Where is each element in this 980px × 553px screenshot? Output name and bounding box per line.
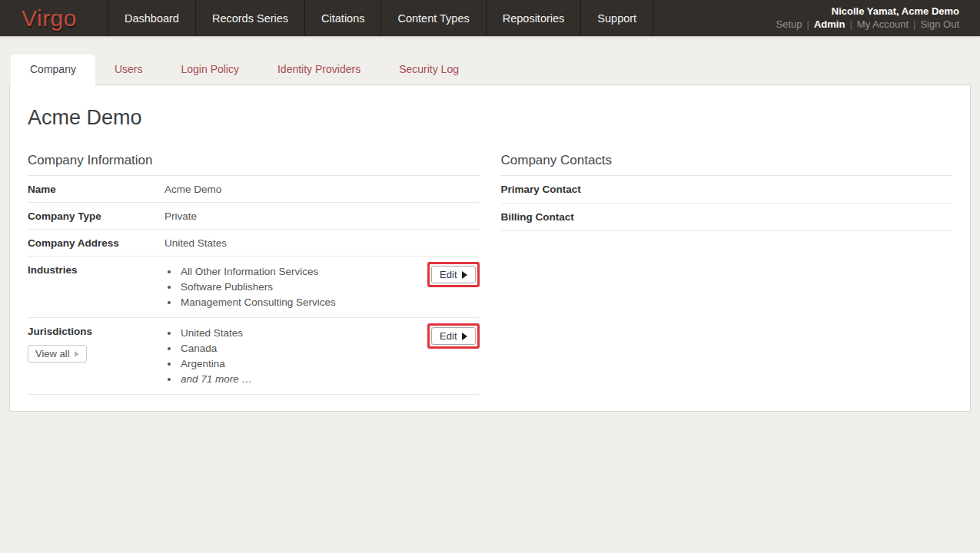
play-arrow-icon xyxy=(462,271,467,279)
edit-jurisdictions-highlight: Edit xyxy=(427,323,479,349)
list-item: Argentina xyxy=(179,356,252,372)
tab-identity-providers[interactable]: Identity Providers xyxy=(258,55,380,84)
virgo-logo[interactable]: Virgo xyxy=(0,0,108,36)
link-setup[interactable]: Setup xyxy=(776,18,802,30)
edit-button-label: Edit xyxy=(440,330,457,342)
separator: | xyxy=(807,18,809,30)
link-my-account[interactable]: My Account xyxy=(857,18,909,30)
play-arrow-icon xyxy=(75,351,79,357)
main-menu: Dashboard Records Series Citations Conte… xyxy=(108,0,653,36)
nav-item-citations[interactable]: Citations xyxy=(305,0,381,36)
list-item-more: and 71 more … xyxy=(179,372,252,387)
tab-bar: Company Users Login Policy Identity Prov… xyxy=(11,55,980,84)
row-name: Name Acme Demo xyxy=(28,176,480,203)
separator: | xyxy=(913,18,915,30)
list-item: Software Publishers xyxy=(179,280,336,295)
row-label: Name xyxy=(28,183,164,195)
tab-company[interactable]: Company xyxy=(11,55,95,85)
row-label: Primary Contact xyxy=(501,183,638,195)
user-name: Nicolle Yamat, Acme Demo xyxy=(776,5,959,18)
separator: | xyxy=(849,18,852,30)
row-jurisdictions: Jurisdictions View all United States Can… xyxy=(28,318,480,395)
user-area: Nicolle Yamat, Acme Demo Setup|Admin|My … xyxy=(776,0,980,36)
row-primary-contact: Primary Contact xyxy=(501,176,953,204)
row-company-address: Company Address United States xyxy=(28,230,480,257)
nav-item-repositories[interactable]: Repositories xyxy=(487,0,582,36)
row-company-type: Company Type Private xyxy=(28,203,480,230)
row-label: Industries xyxy=(28,263,164,276)
view-all-button[interactable]: View all xyxy=(28,345,87,363)
jurisdictions-list-wrap: United States Canada Argentina and 71 mo… xyxy=(164,325,252,387)
view-all-button-label: View all xyxy=(35,348,70,359)
list-item: All Other Information Services xyxy=(179,264,336,280)
company-contacts-section: Company Contacts Primary Contact Billing… xyxy=(501,130,953,395)
row-label: Company Address xyxy=(28,237,164,249)
list-item: Management Consulting Services xyxy=(179,295,336,310)
industries-list: All Other Information Services Software … xyxy=(168,264,336,310)
row-value: Private xyxy=(164,210,197,222)
industries-list-wrap: All Other Information Services Software … xyxy=(164,263,336,310)
jurisdictions-list: United States Canada Argentina and 71 mo… xyxy=(168,326,252,387)
tab-users[interactable]: Users xyxy=(95,55,162,84)
list-item: Canada xyxy=(179,341,252,356)
nav-item-dashboard[interactable]: Dashboard xyxy=(108,0,196,36)
row-value: Acme Demo xyxy=(164,183,221,195)
nav-item-records-series[interactable]: Records Series xyxy=(196,0,305,36)
company-contacts-heading: Company Contacts xyxy=(501,153,953,176)
nav-item-support[interactable]: Support xyxy=(581,0,653,36)
row-industries: Industries All Other Information Service… xyxy=(28,257,480,318)
link-sign-out[interactable]: Sign Out xyxy=(920,18,959,30)
edit-button-label: Edit xyxy=(440,269,457,280)
nav-item-content-types[interactable]: Content Types xyxy=(381,0,486,36)
tab-login-policy[interactable]: Login Policy xyxy=(161,55,258,84)
row-label: Billing Contact xyxy=(501,210,638,223)
top-nav-bar: Virgo Dashboard Records Series Citations… xyxy=(0,0,980,36)
row-value: United States xyxy=(164,237,227,249)
jurisdictions-label: Jurisdictions xyxy=(28,326,92,337)
content-panel: Acme Demo Company Information Name Acme … xyxy=(9,84,971,412)
row-billing-contact: Billing Contact xyxy=(501,204,953,231)
page-title: Acme Demo xyxy=(28,106,952,130)
play-arrow-icon xyxy=(462,333,467,340)
edit-jurisdictions-button[interactable]: Edit xyxy=(431,327,475,345)
edit-industries-highlight: Edit xyxy=(427,262,479,287)
company-information-section: Company Information Name Acme Demo Compa… xyxy=(28,130,480,395)
link-admin[interactable]: Admin xyxy=(814,18,845,30)
list-item: United States xyxy=(179,326,252,341)
company-information-heading: Company Information xyxy=(28,153,480,176)
edit-industries-button[interactable]: Edit xyxy=(431,266,475,283)
account-links: Setup|Admin|My Account|Sign Out xyxy=(776,18,959,31)
tab-security-log[interactable]: Security Log xyxy=(380,55,478,84)
row-label: Jurisdictions View all xyxy=(28,325,164,363)
row-label: Company Type xyxy=(28,210,164,222)
